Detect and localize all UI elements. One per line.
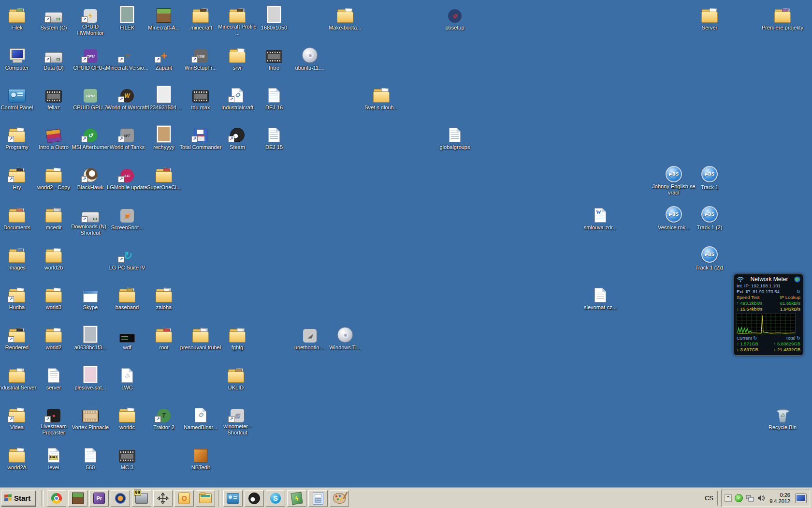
desktop-icon-screenshot[interactable]: ▣ ScreenShot... — [105, 205, 149, 231]
desktop-icon-track-1-2[interactable]: ▶BS Track 1 (2) — [687, 205, 732, 231]
folder-icon: ↗ — [6, 125, 28, 142]
outlook-quicklaunch-button[interactable]: O — [174, 490, 194, 507]
desktop-icon-pbsetup[interactable]: ⊘ pbsetup — [433, 5, 477, 31]
traffic-graph — [737, 313, 796, 334]
chrome-quicklaunch-button[interactable] — [47, 490, 66, 507]
premiere-quicklaunch-button[interactable]: Pr — [89, 490, 109, 507]
network-meter-gadget[interactable]: Network Meter Int. IP: 192.168.1.101 Ext… — [734, 274, 803, 356]
volume-tray-icon[interactable] — [757, 494, 765, 502]
desktop-icon-track-1[interactable]: ▶BS Track 1 — [687, 165, 732, 191]
steam-quicklaunch-button[interactable] — [245, 490, 264, 507]
desktop-icon-make-boota[interactable]: Make-boota... — [323, 5, 367, 31]
tray-chevron-icon[interactable]: ^ — [725, 494, 732, 502]
icon-label: UKLID — [228, 385, 244, 391]
disc-icon — [299, 45, 320, 63]
hwmonitor-icon: 99 — [135, 493, 148, 504]
icon-label: a0638bc1f3... — [74, 344, 107, 351]
move-tool-quicklaunch-button[interactable] — [153, 490, 173, 507]
icon-label: pbsetup — [445, 25, 464, 31]
eagle-icon: ↗ — [80, 165, 101, 182]
clock-time: 0:26 — [769, 492, 790, 498]
bs-icon: ▶BS — [663, 165, 684, 182]
desktop-icon-premiere-projekty[interactable]: Premiere projekty — [760, 5, 805, 31]
show-desktop-icon[interactable] — [795, 493, 807, 503]
folder-icon — [227, 5, 248, 23]
refresh-current-icon[interactable]: ↻ — [753, 335, 757, 341]
shortcut-arrow-icon: ↗ — [8, 416, 14, 422]
desktop-icon-lwc[interactable]: ♨ LWC — [105, 365, 149, 391]
desktop-icon-dej-15[interactable]: DEJ 15 — [252, 125, 296, 151]
desktop-icon-windows-ti[interactable]: Windows.Ti... — [323, 325, 367, 351]
desktop-icon-winometer-shortcut[interactable]: ▥↗ winometer - Shortcut — [215, 405, 260, 436]
icon-label: MSI Afterburner — [72, 144, 109, 150]
icon-label: Computer — [5, 65, 29, 71]
film-icon — [263, 45, 285, 63]
skype-status-icon[interactable]: ✓ — [735, 494, 743, 502]
icon-label: srvr — [233, 65, 242, 71]
refresh-ip-icon[interactable]: ↻ — [797, 289, 800, 295]
language-indicator[interactable]: CS — [701, 494, 717, 502]
start-button[interactable]: Start — [1, 491, 36, 506]
shortcut-arrow-icon: ↗ — [81, 57, 87, 63]
desktop-icon-track-1-2-1[interactable]: ▶BS Track 1 (2)1 — [687, 245, 732, 271]
desktop-icon-nbtedit[interactable]: NBTedit — [178, 445, 223, 471]
icon-label: plesove-sat... — [74, 385, 106, 391]
icon-label: Steam — [230, 144, 245, 150]
folder-icon — [772, 5, 793, 23]
desktop-icon-fghfg[interactable]: fghfg — [215, 325, 260, 351]
desktop-icon-superonecl[interactable]: SuperOneCl... — [142, 165, 186, 191]
desktop-icon-server[interactable]: Server — [687, 5, 732, 31]
paint-quicklaunch-button[interactable] — [330, 490, 349, 507]
gpuz-quicklaunch-button[interactable]: ϟ — [287, 490, 306, 507]
icon-label: NamedBinar... — [184, 424, 218, 431]
desktop-icon-uklid[interactable]: UKLID — [214, 365, 258, 391]
total-label: Total — [785, 335, 795, 341]
icon-label: Intro a Outro — [39, 144, 69, 150]
icon-label: world2 — [46, 344, 61, 351]
desktop-icon-lg-pc-suite-iv[interactable]: ↻↗ LG PC Suite IV — [105, 245, 149, 271]
download-arrow-icon: ↓ — [737, 306, 739, 312]
desktop-icon-svet-s-dlouh[interactable]: Svet s dlouh... — [359, 85, 404, 111]
desktop-icon-smlouva-zdr[interactable]: W smlouva-zdr... — [578, 205, 623, 231]
icon-label: ubuntu-11.... — [295, 65, 325, 71]
comp-icon — [6, 45, 28, 63]
shortcut-arrow-icon: ↗ — [191, 136, 198, 142]
filemanager-quicklaunch-button[interactable] — [196, 490, 215, 507]
upload-speed: 493.2kbit/s — [740, 300, 762, 306]
shortcut-arrow-icon: ↗ — [44, 57, 51, 63]
icon-label: ScreenShot... — [111, 224, 144, 231]
desktop-icon-zaloha[interactable]: zaloha — [142, 285, 186, 311]
desktop-icon-ubuntu-11[interactable]: ubuntu-11.... — [288, 45, 332, 72]
tray-clock[interactable]: 0:26 9.4.2012 — [768, 492, 792, 505]
display-quicklaunch-button[interactable] — [223, 490, 243, 507]
wifi-icon — [737, 276, 744, 282]
minecraft-quicklaunch-button[interactable] — [68, 490, 87, 507]
hwmonitor-quicklaunch-button[interactable]: 99 — [132, 490, 151, 507]
skype-quicklaunch-button[interactable]: S — [266, 490, 285, 507]
icon-label: Zaparit — [156, 65, 172, 71]
desktop-icon-world2b[interactable]: world2b — [31, 245, 76, 271]
hwmonitor-badge: 99 — [134, 490, 141, 495]
shortcut-arrow-icon: ↗ — [191, 57, 198, 63]
desktop-icon-recycle-bin[interactable]: ♺ Recycle Bin — [760, 405, 805, 431]
ip-lookup-link[interactable]: IP Lookup — [780, 295, 800, 300]
icon-label: Images — [8, 265, 26, 271]
speed-test-link[interactable]: Speed Test — [737, 295, 759, 300]
desktop-icon-812x508[interactable]: 812x508 — [252, 5, 296, 31]
refresh-total-icon[interactable]: ↻ — [797, 335, 800, 341]
globe-icon[interactable] — [794, 276, 800, 283]
desktop-icon-slevomat-cz[interactable]: slevomat-cz... — [578, 285, 623, 311]
desktop-icon-globalgroups[interactable]: globalgroups — [433, 125, 477, 151]
books-icon — [43, 125, 64, 142]
desktop-icon-mc-3[interactable]: MC 3 — [105, 445, 149, 471]
icon-label: 1234931504... — [147, 105, 181, 111]
tray-divider — [717, 491, 719, 506]
network-tray-icon[interactable] — [746, 495, 754, 502]
current-download-total: 3.697GB — [740, 347, 758, 352]
calculator-quicklaunch-button[interactable] — [308, 490, 328, 507]
drive-icon: ↗ — [80, 205, 101, 223]
audacity-quicklaunch-button[interactable] — [111, 490, 130, 507]
desktop-icon-dej-16[interactable]: DEJ 16 — [252, 85, 296, 111]
icon-label: Documents — [3, 224, 30, 231]
pic-icon — [153, 125, 174, 142]
